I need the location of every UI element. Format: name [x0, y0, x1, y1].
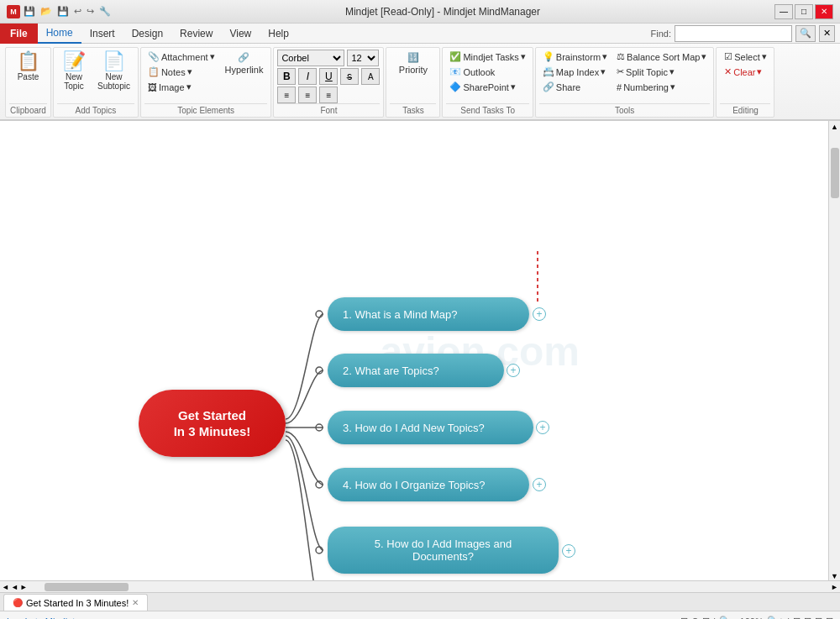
view-menu[interactable]: View: [221, 24, 260, 44]
scroll-left-button[interactable]: ◄: [2, 583, 9, 591]
login-dropdown[interactable]: ▾: [80, 616, 85, 619]
share-button[interactable]: 🔗 Share: [539, 80, 611, 94]
branch-node-1[interactable]: 1. What is a Mind Map?: [328, 297, 529, 331]
menu-bar: File Home Insert Design Review View Help…: [0, 24, 840, 44]
fit-page-button[interactable]: ⊟: [804, 616, 811, 619]
tab-bar: 🔴 Get Started In 3 Minutes! ✕: [0, 592, 840, 611]
location-icon[interactable]: ⊕: [691, 616, 699, 619]
plus-btn-3[interactable]: +: [536, 421, 549, 434]
add-topics-group: 📝 New Topic 📄 New Subtopic Add Topics: [53, 47, 139, 118]
attachment-button[interactable]: 📎 Attachment ▾: [144, 50, 218, 64]
select-button[interactable]: ☑ Select ▾: [721, 50, 770, 64]
mindjet-tasks-button[interactable]: ✅ Mindjet Tasks ▾: [446, 50, 528, 64]
window-title: Mindjet [Read-Only] - Mindjet MindManage…: [111, 6, 774, 18]
send-tasks-label: Send Tasks To: [446, 103, 528, 115]
strikethrough-button[interactable]: S̶: [340, 68, 359, 85]
branch-node-4[interactable]: 4. How do I Organize Topics?: [328, 468, 529, 501]
ribbon: 📋 Paste Clipboard 📝 New Topic 📄 New Subt…: [0, 44, 840, 121]
svg-point-5: [316, 547, 323, 553]
nav-back-button[interactable]: ◄: [11, 583, 18, 591]
tasks-label: Tasks: [390, 103, 436, 115]
scroll-h-thumb[interactable]: [45, 583, 129, 591]
map-index-button[interactable]: 📇 Map Index ▾: [539, 65, 611, 79]
insert-menu[interactable]: Insert: [81, 24, 123, 44]
bold-button[interactable]: B: [277, 68, 296, 85]
scroll-down-button[interactable]: ▼: [831, 572, 838, 580]
branch-node-2[interactable]: 2. What are Topics?: [328, 354, 504, 387]
notes-button[interactable]: 📋 Notes ▾: [144, 65, 218, 79]
tab-item-0[interactable]: 🔴 Get Started In 3 Minutes! ✕: [3, 594, 148, 611]
plus-btn-2[interactable]: +: [507, 364, 520, 377]
canvas-area: avion.com Get Started In 3 Minutes! 1. W…: [0, 121, 840, 580]
grid-icon[interactable]: ⊡: [702, 616, 710, 619]
file-menu[interactable]: File: [0, 24, 38, 44]
clipboard-label: Clipboard: [9, 103, 47, 115]
underline-button[interactable]: U: [319, 68, 338, 85]
paste-button[interactable]: 📋 Paste: [12, 50, 45, 84]
paste-icon: 📋: [17, 52, 39, 71]
shrink-button[interactable]: ⊡: [826, 616, 833, 619]
topic-elements-label: Topic Elements: [144, 103, 268, 115]
close-button[interactable]: ✕: [815, 4, 833, 19]
hyperlink-icon: 🔗: [238, 52, 249, 63]
find-label: Find:: [651, 29, 671, 39]
align-left-button[interactable]: ≡: [277, 87, 296, 103]
svg-point-3: [316, 424, 323, 431]
numbering-button[interactable]: # Numbering ▾: [613, 80, 710, 94]
expand-button[interactable]: ⊞: [815, 616, 822, 619]
minimize-button[interactable]: —: [774, 4, 793, 19]
plus-btn-5[interactable]: +: [562, 544, 575, 558]
balance-sort-map-button[interactable]: ⚖ Balance Sort Map ▾: [613, 50, 710, 64]
priority-button[interactable]: 🔢 Priority: [395, 50, 432, 77]
nav-forward-button[interactable]: ►: [20, 583, 28, 591]
scroll-thumb[interactable]: [831, 148, 839, 198]
branch-node-3[interactable]: 3. How do I Add New Topics?: [328, 411, 533, 444]
outlook-button[interactable]: 📧 Outlook: [446, 65, 528, 79]
tools-group: 💡 Brainstorm ▾ 📇 Map Index ▾ 🔗 Share ⚖ B…: [535, 47, 715, 118]
split-topic-button[interactable]: ✂ Split Topic ▾: [613, 65, 710, 79]
horizontal-scrollbar[interactable]: ◄ ◄ ► ►: [0, 580, 840, 592]
font-color-button[interactable]: A: [361, 68, 380, 85]
sharepoint-button[interactable]: 🔷 SharePoint ▾: [446, 80, 528, 94]
design-menu[interactable]: Design: [123, 24, 171, 44]
zoom-in-button[interactable]: 🔍+: [767, 616, 784, 619]
zoom-level: 100%: [740, 616, 764, 620]
font-family-select[interactable]: Corbel: [277, 50, 344, 66]
fit-view-button[interactable]: ⊞: [793, 616, 801, 619]
scroll-up-button[interactable]: ▲: [831, 121, 838, 131]
zoom-out-button[interactable]: 🔍−: [719, 616, 736, 619]
home-menu[interactable]: Home: [38, 24, 81, 44]
clear-button[interactable]: ✕ Clear ▾: [721, 65, 770, 79]
find-close-button[interactable]: ✕: [819, 25, 835, 42]
plus-btn-4[interactable]: +: [533, 478, 546, 491]
new-subtopic-icon: 📄: [102, 52, 125, 71]
tab-close-button[interactable]: ✕: [132, 598, 139, 607]
vertical-scrollbar[interactable]: ▲ ▼: [828, 121, 840, 580]
tab-label: Get Started In 3 Minutes!: [26, 598, 129, 608]
italic-button[interactable]: I: [298, 68, 317, 85]
image-button[interactable]: 🖼 Image ▾: [144, 80, 218, 94]
font-size-select[interactable]: 12: [347, 50, 379, 66]
new-subtopic-button[interactable]: 📄 New Subtopic: [93, 50, 134, 93]
svg-point-1: [316, 311, 323, 317]
central-node[interactable]: Get Started In 3 Minutes!: [139, 390, 286, 457]
review-menu[interactable]: Review: [171, 24, 221, 44]
new-topic-button[interactable]: 📝 New Topic: [57, 50, 91, 93]
find-input[interactable]: [675, 25, 792, 42]
plus-btn-1[interactable]: +: [533, 307, 546, 321]
help-menu[interactable]: Help: [260, 24, 297, 44]
scroll-right-button[interactable]: ►: [831, 583, 838, 591]
editing-group: ☑ Select ▾ ✕ Clear ▾ Editing: [716, 47, 774, 118]
align-right-button[interactable]: ≡: [319, 87, 338, 103]
login-link[interactable]: Log In to Mindjet: [7, 616, 75, 620]
find-search-button[interactable]: 🔍: [795, 25, 816, 42]
branch-node-5[interactable]: 5. How do I Add Images and Documents?: [328, 527, 559, 574]
filter-icon[interactable]: ⊞: [680, 616, 688, 619]
tasks-group: 🔢 Priority Tasks: [386, 47, 440, 118]
hyperlink-button[interactable]: 🔗 Hyperlink: [221, 50, 268, 77]
font-label: Font: [277, 103, 380, 115]
maximize-button[interactable]: □: [795, 4, 813, 19]
brainstorm-button[interactable]: 💡 Brainstorm ▾: [539, 50, 611, 64]
separator-2: |: [787, 616, 790, 620]
align-center-button[interactable]: ≡: [298, 87, 317, 103]
